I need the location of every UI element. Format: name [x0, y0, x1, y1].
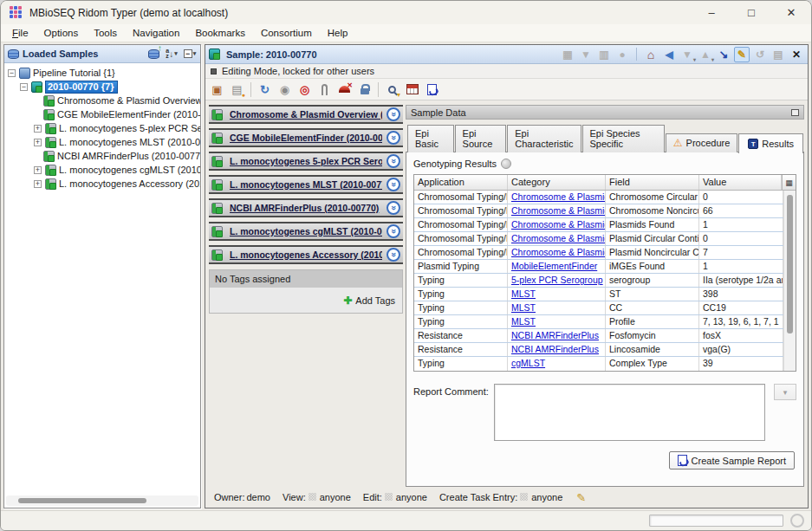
category-link[interactable]: MobileElementFinder [511, 261, 597, 271]
menu-item-help[interactable]: Help [320, 25, 356, 41]
edit-note-icon[interactable]: ✎ [576, 491, 586, 504]
menu-item-options[interactable]: Options [36, 25, 87, 41]
category-link[interactable]: 5-plex PCR Serogroup [511, 275, 603, 285]
table-row[interactable]: Chromosomal Typing/Pl...Chromosome & Pla… [414, 204, 783, 218]
expand-chevron-icon[interactable]: » [387, 178, 400, 191]
webcam-icon[interactable]: ◉ [276, 81, 293, 98]
tree-horizontal-scrollbar[interactable] [6, 495, 198, 506]
edit-mode-icon[interactable]: ✎ [734, 47, 750, 62]
expand-chevron-icon[interactable]: » [387, 107, 400, 121]
menu-item-tools[interactable]: Tools [86, 25, 125, 41]
tree-node-analysis[interactable]: CGE MobileElementFinder (2010-00770) [8, 107, 200, 121]
column-chooser-icon[interactable]: ▦ [782, 175, 796, 190]
menu-item-bookmarks[interactable]: Bookmarks [187, 25, 253, 41]
analysis-button[interactable]: CGE MobileElementFinder (2010-00...» [209, 128, 403, 147]
view-table-icon[interactable]: ▦ [560, 47, 575, 62]
tab-epi-species-specific[interactable]: Epi Species Specific [582, 125, 665, 152]
tab-results[interactable]: TResults [738, 133, 803, 153]
alarm-delete-icon[interactable]: ✕ [336, 81, 353, 98]
snapshot-export-icon[interactable]: ▣ [209, 81, 225, 98]
maximize-panel-icon[interactable] [791, 109, 799, 116]
category-link[interactable]: Chromosome & Plasmid [511, 247, 606, 257]
add-tags-button[interactable]: ✚ Add Tags [343, 295, 395, 307]
table-row[interactable]: TypingcgMLSTComplex Type39 [414, 357, 783, 371]
analysis-button[interactable]: Chromosome & Plasmid Overview (2...» [209, 105, 403, 124]
column-header-field[interactable]: Field [606, 175, 699, 190]
tab-procedure[interactable]: ⚠Procedure [666, 133, 738, 152]
menu-item-navigation[interactable]: Navigation [125, 25, 187, 41]
collapse-toggle-icon[interactable]: − [20, 83, 28, 91]
expand-toggle-icon[interactable]: + [34, 166, 42, 174]
table-vertical-scrollbar[interactable] [783, 191, 796, 371]
expand-chevron-icon[interactable]: » [387, 131, 400, 145]
menu-item-consortium[interactable]: Consortium [253, 25, 320, 41]
save-icon[interactable]: ▤ [770, 47, 786, 62]
category-link[interactable]: cgMLST [511, 358, 545, 368]
analysis-button[interactable]: L. monocytogenes cgMLST (2010-00...» [209, 222, 403, 241]
category-link[interactable]: MLST [511, 316, 536, 327]
lock-search-icon[interactable] [356, 81, 373, 98]
analysis-button[interactable]: L. monocytogenes 5-plex PCR Sero...» [209, 152, 403, 171]
report-pdf-icon[interactable] [424, 81, 440, 98]
tree-node-pipeline-tutorial[interactable]: −Pipeline Tutorial {1} [8, 66, 200, 80]
table-row[interactable]: Typing5-plex PCR SerogroupserogroupIIa (… [414, 274, 783, 288]
search-icon[interactable]: ▾ [384, 81, 400, 98]
next-down-icon[interactable]: ▼▾ [679, 47, 695, 62]
expand-chevron-icon[interactable]: » [387, 224, 400, 238]
report-comment-input[interactable] [494, 384, 765, 441]
table-row[interactable]: Chromosomal Typing/Pl...Chromosome & Pla… [414, 218, 783, 232]
category-link[interactable]: MLST [511, 288, 536, 299]
tree-node-analysis[interactable]: +L. monocytogenes Accessory (2010-00770) [8, 177, 200, 191]
table-row[interactable]: Chromosomal Typing/Pl...Chromosome & Pla… [414, 246, 783, 260]
category-link[interactable]: NCBI AMRFinderPlus [511, 330, 599, 340]
table-row[interactable]: TypingMLSTProfile7, 13, 19, 6, 1, 7, 1 [414, 315, 783, 329]
attachment-icon[interactable] [316, 81, 333, 98]
category-link[interactable]: MLST [511, 302, 536, 313]
table-vscroll-thumb[interactable] [787, 195, 793, 333]
expand-toggle-icon[interactable]: + [34, 125, 42, 133]
back-icon[interactable]: ◀ [661, 47, 677, 62]
expand-toggle-icon[interactable]: + [34, 180, 42, 188]
category-link[interactable]: Chromosome & Plasmid [511, 219, 606, 230]
sphere-icon[interactable]: ● [614, 47, 630, 62]
import-samples-icon[interactable]: ↑ [146, 47, 160, 62]
category-link[interactable]: Chromosome & Plasmid [511, 205, 606, 216]
tree-node-analysis[interactable]: +L. monocytogenes cgMLST (2010-00770) [8, 163, 200, 177]
table-row[interactable]: TypingMLSTST398 [414, 288, 783, 301]
tab-epi-basic[interactable]: Epi Basic [407, 125, 454, 152]
minimize-button[interactable]: – [692, 1, 731, 24]
save-settings-icon[interactable]: ▤● [229, 81, 245, 98]
collapse-toggle-icon[interactable]: − [8, 69, 16, 77]
collapse-tree-icon[interactable]: −▾ [183, 47, 197, 62]
category-link[interactable]: Chromosome & Plasmid [511, 233, 606, 243]
analysis-button[interactable]: L. monocytogenes Accessory (2010...» [209, 245, 403, 264]
target-icon[interactable]: ◎ [296, 81, 313, 98]
close-button[interactable]: ✕ [771, 1, 811, 24]
table-row[interactable]: Chromosomal Typing/Pl...Chromosome & Pla… [414, 191, 783, 204]
create-sample-report-button[interactable]: Create Sample Report [669, 451, 795, 469]
pin-down-icon[interactable]: ▼ [578, 47, 594, 62]
tree-node-sample-selected[interactable]: −2010-00770 {7} [8, 80, 200, 94]
category-link[interactable]: Chromosome & Plasmid [511, 191, 606, 202]
close-sample-icon[interactable]: ✕ [789, 47, 804, 62]
tree-node-analysis[interactable]: +L. monocytogenes MLST (2010-00770) [8, 135, 200, 149]
table-row[interactable]: TypingMLSTCCCC19 [414, 301, 783, 315]
table-row[interactable]: ResistanceNCBI AMRFinderPlusLincosamidev… [414, 343, 783, 357]
metadata-grid-icon[interactable] [404, 81, 420, 98]
sync-icon[interactable]: ↺ [752, 47, 768, 62]
analysis-button[interactable]: NCBI AMRFinderPlus (2010-00770)» [209, 198, 403, 217]
tree-node-analysis[interactable]: Chromosome & Plasmid Overview (2010-0077… [8, 94, 200, 107]
category-link[interactable]: NCBI AMRFinderPlus [511, 344, 599, 354]
column-header-value[interactable]: Value [699, 175, 782, 190]
expand-chevron-icon[interactable]: » [387, 154, 400, 168]
table-row[interactable]: ResistanceNCBI AMRFinderPlusFosfomycinfo… [414, 329, 783, 343]
home-icon[interactable]: ⌂ [643, 47, 659, 62]
report-comment-dropdown[interactable]: ▾ [774, 384, 796, 400]
tree-hscroll-thumb[interactable] [18, 498, 146, 503]
tree-node-analysis[interactable]: +L. monocytogenes 5-plex PCR Serogroup (… [8, 121, 200, 135]
expand-chevron-icon[interactable]: » [387, 248, 400, 262]
menu-item-file[interactable]: File [4, 25, 36, 41]
tab-epi-source[interactable]: Epi Source [455, 125, 507, 152]
expand-toggle-icon[interactable]: + [34, 139, 42, 146]
tree-node-analysis[interactable]: NCBI AMRFinderPlus (2010-00770) [8, 149, 200, 163]
